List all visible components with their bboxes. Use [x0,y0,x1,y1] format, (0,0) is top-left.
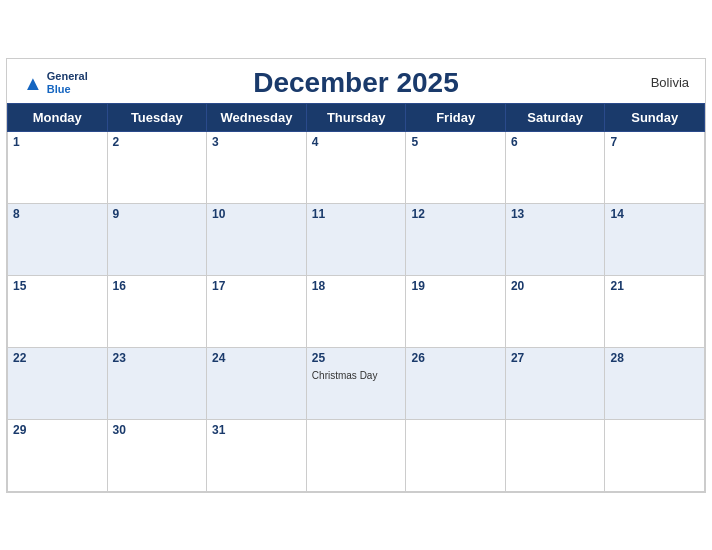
day-number: 29 [13,423,102,437]
day-cell: 14 [605,203,705,275]
day-cell [505,419,605,491]
logo-general: General [47,70,88,82]
day-number: 3 [212,135,301,149]
day-number: 28 [610,351,699,365]
day-number: 10 [212,207,301,221]
day-cell: 27 [505,347,605,419]
logo-texts: General Blue [47,70,88,94]
day-cell [406,419,505,491]
day-cell: 26 [406,347,505,419]
day-number: 11 [312,207,401,221]
calendar-container: ▲ General Blue December 2025 Bolivia Mon… [6,58,706,493]
day-number: 16 [113,279,202,293]
day-cell: 4 [306,131,406,203]
day-cell: 28 [605,347,705,419]
day-cell: 18 [306,275,406,347]
day-cell: 31 [207,419,307,491]
day-number: 20 [511,279,600,293]
day-cell: 21 [605,275,705,347]
day-number: 15 [13,279,102,293]
day-cell: 22 [8,347,108,419]
day-number: 6 [511,135,600,149]
day-number: 24 [212,351,301,365]
day-cell: 20 [505,275,605,347]
day-event: Christmas Day [312,370,378,381]
day-cell: 29 [8,419,108,491]
day-cell: 24 [207,347,307,419]
day-number: 2 [113,135,202,149]
day-number: 30 [113,423,202,437]
day-cell: 11 [306,203,406,275]
day-cell: 25Christmas Day [306,347,406,419]
day-number: 19 [411,279,499,293]
calendar-header: ▲ General Blue December 2025 Bolivia [7,59,705,103]
day-number: 5 [411,135,499,149]
day-number: 1 [13,135,102,149]
day-number: 12 [411,207,499,221]
week-row-3: 15161718192021 [8,275,705,347]
week-row-5: 293031 [8,419,705,491]
day-cell: 7 [605,131,705,203]
week-row-2: 891011121314 [8,203,705,275]
weekday-header-monday: Monday [8,103,108,131]
day-number: 26 [411,351,499,365]
day-number: 9 [113,207,202,221]
day-number: 14 [610,207,699,221]
month-title: December 2025 [113,67,599,99]
day-cell [306,419,406,491]
day-number: 23 [113,351,202,365]
day-number: 18 [312,279,401,293]
day-number: 21 [610,279,699,293]
day-number: 31 [212,423,301,437]
day-cell: 10 [207,203,307,275]
day-number: 17 [212,279,301,293]
weekday-header-sunday: Sunday [605,103,705,131]
day-cell: 1 [8,131,108,203]
day-cell: 8 [8,203,108,275]
logo-blue: Blue [47,83,88,95]
day-number: 25 [312,351,401,365]
day-cell: 2 [107,131,207,203]
day-cell: 16 [107,275,207,347]
day-number: 27 [511,351,600,365]
day-cell: 15 [8,275,108,347]
day-number: 13 [511,207,600,221]
weekday-header-thursday: Thursday [306,103,406,131]
week-row-4: 22232425Christmas Day262728 [8,347,705,419]
logo-wrapper: ▲ General Blue [23,70,88,94]
week-row-1: 1234567 [8,131,705,203]
day-cell: 30 [107,419,207,491]
day-cell: 23 [107,347,207,419]
day-number: 8 [13,207,102,221]
day-number: 7 [610,135,699,149]
day-cell: 3 [207,131,307,203]
weekday-header-row: MondayTuesdayWednesdayThursdayFridaySatu… [8,103,705,131]
day-cell: 5 [406,131,505,203]
weekday-header-wednesday: Wednesday [207,103,307,131]
day-number: 4 [312,135,401,149]
day-cell: 9 [107,203,207,275]
weekday-header-tuesday: Tuesday [107,103,207,131]
day-cell [605,419,705,491]
day-cell: 12 [406,203,505,275]
day-cell: 6 [505,131,605,203]
logo-area: ▲ General Blue [23,70,113,94]
day-cell: 19 [406,275,505,347]
weekday-header-friday: Friday [406,103,505,131]
day-cell: 13 [505,203,605,275]
day-cell: 17 [207,275,307,347]
country-label: Bolivia [599,75,689,90]
calendar-grid: MondayTuesdayWednesdayThursdayFridaySatu… [7,103,705,492]
logo-icon: ▲ [23,73,43,93]
weekday-header-saturday: Saturday [505,103,605,131]
day-number: 22 [13,351,102,365]
